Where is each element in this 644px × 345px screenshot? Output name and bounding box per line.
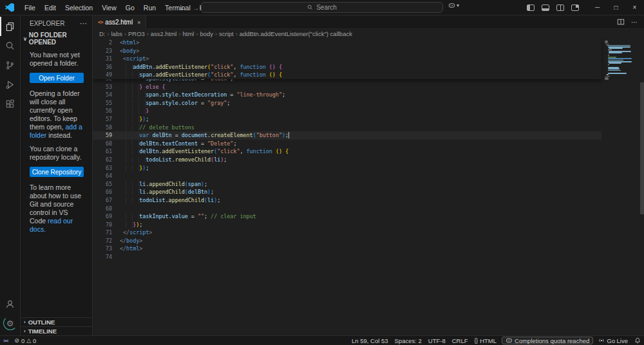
- chevron-right-icon: ›: [196, 31, 198, 37]
- notifications-button[interactable]: [631, 336, 644, 345]
- timeline-section[interactable]: › TIMELINE: [21, 326, 92, 335]
- code-text: [112, 253, 120, 261]
- close-window-button[interactable]: ×: [625, 0, 644, 15]
- copilot-status-button[interactable]: Completions quota reached: [502, 337, 593, 344]
- go-forward-icon[interactable]: →: [193, 4, 200, 12]
- menu-view[interactable]: View: [97, 2, 121, 14]
- code-line-56[interactable]: 56 }: [93, 107, 601, 115]
- customize-layout-icon[interactable]: [571, 5, 579, 11]
- sidebar-item-explorer[interactable]: [0, 17, 21, 36]
- search-box[interactable]: Search: [201, 2, 443, 13]
- search-icon: [5, 41, 15, 51]
- sidebar-item-extensions[interactable]: [0, 94, 21, 113]
- code-line-54[interactable]: 54 span.style.textDecoration = "line-thr…: [93, 91, 601, 99]
- breadcrumb-item[interactable]: body: [200, 30, 213, 37]
- toggle-panel-icon[interactable]: [542, 5, 549, 11]
- code-line-2[interactable]: 2<html>: [93, 39, 601, 47]
- code-line-58[interactable]: 58 // delete buttons: [93, 124, 601, 132]
- sidebar-item-run-debug[interactable]: [0, 75, 21, 94]
- code-line-31[interactable]: 31 <script>: [93, 55, 601, 63]
- tab-ass2-html[interactable]: <> ass2.html ×: [93, 15, 146, 29]
- code-text: <body>: [112, 47, 139, 55]
- code-line-23[interactable]: 23<body>: [93, 47, 601, 55]
- code-line-63[interactable]: 63 });: [93, 164, 601, 172]
- breadcrumb-item[interactable]: PRO3: [128, 30, 145, 37]
- toggle-primary-sidebar-icon[interactable]: [527, 5, 535, 11]
- code-line-69[interactable]: 69 taskInput.value = ""; // clear input: [93, 212, 601, 221]
- go-live-button[interactable]: Go Live: [595, 336, 631, 345]
- maximize-button[interactable]: □: [607, 0, 625, 15]
- indentation-button[interactable]: Spaces: 2: [392, 336, 425, 345]
- minimap-line: [607, 74, 608, 75]
- code-line-68[interactable]: 68: [93, 205, 601, 213]
- sidebar-item-source-control[interactable]: [0, 55, 21, 75]
- remote-window-button[interactable]: ><: [0, 336, 11, 345]
- menu-file[interactable]: File: [20, 2, 40, 14]
- code-line-72[interactable]: 72</body>: [93, 237, 601, 245]
- code-line-61[interactable]: 61 delBtn.addEventListener("click", func…: [93, 147, 601, 156]
- problems-button[interactable]: ⊘ 0 △ 0: [11, 336, 39, 345]
- scrollbar-thumb[interactable]: [640, 82, 644, 214]
- minimap[interactable]: [603, 39, 640, 82]
- code-line-59[interactable]: 59 var delBtn = document.createElement("…: [93, 131, 601, 140]
- split-editor-icon[interactable]: [617, 18, 625, 26]
- source-control-icon: [5, 61, 15, 70]
- code-line-66[interactable]: 66 li.appendChild(delBtn);: [93, 188, 601, 196]
- breadcrumb-item[interactable]: script: [219, 30, 234, 37]
- code-line-53[interactable]: 53 } else {: [93, 83, 601, 91]
- minimize-button[interactable]: ─: [588, 0, 607, 15]
- breadcrumb-item[interactable]: ass2.html: [151, 30, 177, 37]
- code-line-57[interactable]: 57 });: [93, 115, 601, 124]
- menu-edit[interactable]: Edit: [40, 2, 61, 14]
- line-number: 23: [93, 47, 112, 55]
- code-line-73[interactable]: 73</html>: [93, 245, 601, 253]
- outline-section[interactable]: › OUTLINE: [21, 317, 92, 326]
- minimap-line: [605, 42, 608, 43]
- copilot-menu-button[interactable]: ▾: [448, 3, 459, 8]
- code-line-64[interactable]: 64: [93, 172, 601, 180]
- editor-more-actions-icon[interactable]: ⋯: [631, 19, 638, 26]
- code-line-74[interactable]: 74: [93, 253, 601, 261]
- menu-go[interactable]: Go: [121, 2, 139, 14]
- code-line-55[interactable]: 55 span.style.color = "gray";: [93, 99, 601, 107]
- open-folder-button[interactable]: Open Folder: [30, 73, 84, 83]
- minimap-line: [608, 68, 620, 70]
- files-icon: [5, 22, 15, 32]
- sidebar-item-search[interactable]: [0, 36, 21, 55]
- extensions-icon: [5, 99, 15, 109]
- menu-run[interactable]: Run: [139, 2, 160, 14]
- language-mode-button[interactable]: {} HTML: [471, 336, 500, 345]
- code-line-71[interactable]: 71 </script>: [93, 228, 601, 237]
- cursor-position-button[interactable]: Ln 59, Col 53: [348, 336, 392, 345]
- clone-repository-button[interactable]: Clone Repository: [30, 167, 84, 177]
- sticky-scroll[interactable]: 2<html>23<body>31 <script>36 addBtn.addE…: [93, 39, 601, 79]
- line-number: 67: [93, 196, 112, 205]
- code-line-65[interactable]: 65 li.appendChild(span);: [93, 180, 601, 189]
- encoding-button[interactable]: UTF-8: [425, 336, 449, 345]
- code-line-67[interactable]: 67 todoList.appendChild(li);: [93, 196, 601, 205]
- breadcrumb-item[interactable]: html: [182, 30, 194, 37]
- code-line-70[interactable]: 70 });: [93, 221, 601, 229]
- code-line-49[interactable]: 49 span.addEventListener("click", functi…: [93, 71, 601, 79]
- explorer-more-actions-icon[interactable]: ⋯: [80, 19, 87, 28]
- go-back-icon[interactable]: ←: [179, 4, 186, 12]
- account-button[interactable]: [0, 294, 21, 313]
- line-number: 2: [93, 39, 112, 47]
- copilot-icon: [448, 3, 455, 8]
- editor-pane[interactable]: 52 span.style.color = "black";53 } else …: [93, 39, 644, 335]
- breadcrumb-item[interactable]: labs: [111, 30, 122, 37]
- editor-scrollbar[interactable]: [640, 39, 644, 335]
- menu-selection[interactable]: Selection: [61, 2, 97, 14]
- code-line-62[interactable]: 62 todoList.removeChild(li);: [93, 156, 601, 164]
- section-no-folder-opened[interactable]: ∨ NO FOLDER OPENED: [21, 30, 92, 48]
- eol-button[interactable]: CRLF: [449, 336, 471, 345]
- no-folder-text: You have not yet opened a folder.: [30, 51, 84, 68]
- code-line-36[interactable]: 36 addBtn.addEventListener("click", func…: [93, 63, 601, 71]
- toggle-secondary-sidebar-icon[interactable]: [556, 5, 564, 11]
- close-tab-icon[interactable]: ×: [137, 19, 140, 26]
- breadcrumb-item[interactable]: D:: [99, 30, 106, 37]
- settings-button[interactable]: ⚙: [0, 313, 21, 333]
- code-line-60[interactable]: 60 delBtn.textContent = "Delete";: [93, 140, 601, 148]
- minimap-line: [608, 70, 621, 71]
- breadcrumb-item[interactable]: addBtn.addEventListener("click") callbac…: [240, 30, 352, 37]
